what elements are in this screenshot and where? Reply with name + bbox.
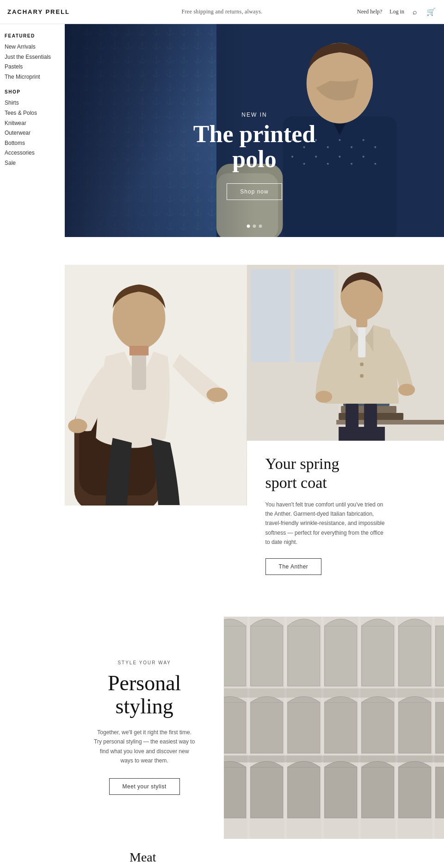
svg-rect-63: [325, 702, 357, 753]
svg-rect-70: [288, 767, 320, 818]
sidebar-item-microprint[interactable]: The Microprint: [5, 72, 65, 82]
svg-rect-79: [358, 617, 361, 839]
personal-styling-description: Together, we'll get it right the first t…: [93, 728, 195, 766]
bottom-category-text: Meat: [130, 850, 156, 865]
svg-rect-65: [399, 702, 431, 753]
svg-rect-27: [132, 351, 146, 390]
hero-dot-3[interactable]: [259, 225, 262, 228]
help-link[interactable]: Need help?: [357, 8, 382, 15]
hero-pagination: [247, 225, 262, 228]
hero-title: The printed polo: [180, 122, 328, 172]
svg-rect-57: [399, 626, 431, 686]
sport-coat-left-image: [65, 265, 247, 506]
hero-text-container: NEW IN The printed polo Shop now: [180, 112, 328, 200]
sidebar-item-accessories[interactable]: Accessories: [5, 148, 65, 158]
svg-rect-77: [284, 617, 287, 839]
site-logo[interactable]: ZACHARY PRELL: [7, 8, 70, 15]
sidebar-nav: FEATURED New Arrivals Just the Essential…: [0, 24, 65, 868]
sidebar-item-knitwear[interactable]: Knitwear: [5, 119, 65, 129]
svg-rect-55: [325, 626, 357, 686]
search-button[interactable]: ⌕: [412, 8, 418, 16]
svg-point-30: [68, 419, 87, 433]
sidebar-shop-heading: SHOP: [5, 89, 65, 94]
svg-rect-61: [251, 702, 283, 753]
svg-point-44: [315, 391, 332, 403]
main-content: ⚓: [65, 24, 444, 868]
sport-coat-title: Your spring sport coat: [265, 455, 426, 493]
bottom-section: Meat: [65, 839, 444, 868]
hero-dot-2[interactable]: [253, 225, 256, 228]
sidebar-item-essentials[interactable]: Just the Essentials: [5, 52, 65, 62]
svg-point-22: [363, 156, 364, 157]
personal-styling-cta-button[interactable]: Meet your stylist: [109, 778, 180, 795]
svg-rect-81: [432, 617, 435, 839]
personal-styling-section: STYLE YOUR WAY Personal styling Together…: [65, 617, 444, 839]
svg-rect-80: [395, 617, 398, 839]
cart-icon: 🛒: [426, 8, 436, 16]
svg-rect-41: [345, 404, 358, 441]
svg-rect-69: [251, 767, 283, 818]
svg-rect-72: [362, 767, 394, 818]
svg-point-31: [207, 387, 228, 402]
svg-rect-73: [399, 767, 431, 818]
sidebar-item-tees-polos[interactable]: Tees & Polos: [5, 108, 65, 119]
svg-rect-60: [224, 702, 246, 753]
sidebar-item-outerwear[interactable]: Outerwear: [5, 128, 65, 138]
site-header: ZACHARY PRELL Free shipping and returns,…: [0, 0, 444, 24]
svg-rect-78: [321, 617, 324, 839]
login-link[interactable]: Log in: [389, 8, 404, 15]
sport-coat-cta-button[interactable]: The Anther: [265, 558, 322, 575]
svg-point-14: [363, 139, 364, 141]
sidebar-item-pastels[interactable]: Pastels: [5, 62, 65, 72]
svg-rect-29: [130, 346, 148, 356]
svg-point-15: [374, 146, 376, 148]
svg-rect-76: [247, 617, 250, 839]
svg-rect-52: [224, 626, 246, 686]
sidebar-item-sale[interactable]: Sale: [5, 158, 65, 169]
svg-point-21: [351, 163, 352, 165]
sport-coat-seated-svg: [65, 265, 247, 506]
svg-point-49: [360, 374, 364, 378]
sport-coat-standing-svg: [247, 265, 444, 441]
svg-point-20: [339, 156, 340, 157]
svg-rect-68: [224, 767, 246, 818]
building-facade-svg: [224, 617, 444, 839]
hero-subtitle: NEW IN: [180, 112, 328, 118]
svg-rect-56: [362, 626, 394, 686]
svg-rect-43: [358, 325, 365, 357]
personal-styling-eyebrow: STYLE YOUR WAY: [117, 660, 171, 665]
svg-rect-62: [288, 702, 320, 753]
sport-coat-standing-image: [247, 265, 444, 441]
svg-point-45: [398, 384, 415, 396]
svg-rect-64: [362, 702, 394, 753]
sport-coat-description: You haven't felt true comfort until you'…: [265, 500, 386, 547]
sidebar-item-bottoms[interactable]: Bottoms: [5, 138, 65, 149]
personal-styling-text-block: STYLE YOUR WAY Personal styling Together…: [65, 617, 224, 839]
header-shipping-message: Free shipping and returns, always.: [182, 8, 263, 15]
svg-rect-42: [364, 404, 377, 441]
sidebar-featured-heading: FEATURED: [5, 33, 65, 38]
hero-cta-button[interactable]: Shop now: [227, 183, 282, 200]
sidebar-item-shirts[interactable]: Shirts: [5, 98, 65, 108]
svg-rect-74: [436, 767, 444, 818]
page-container: FEATURED New Arrivals Just the Essential…: [0, 24, 444, 868]
svg-point-48: [360, 362, 364, 366]
svg-rect-66: [436, 702, 444, 753]
sport-coat-section: Your spring sport coat You haven't felt …: [65, 265, 444, 589]
cart-button[interactable]: 🛒: [426, 7, 437, 16]
hero-section: ⚓: [65, 24, 444, 237]
svg-point-12: [339, 139, 340, 141]
svg-rect-53: [251, 626, 283, 686]
svg-rect-34: [251, 269, 290, 362]
svg-rect-71: [325, 767, 357, 818]
svg-point-13: [351, 146, 352, 148]
svg-rect-54: [288, 626, 320, 686]
svg-point-23: [374, 163, 376, 165]
svg-rect-58: [436, 626, 444, 686]
svg-rect-59: [224, 688, 444, 698]
sport-coat-right: Your spring sport coat You haven't felt …: [247, 265, 444, 589]
personal-styling-title: Personal styling: [108, 672, 181, 718]
sport-coat-text-block: Your spring sport coat You haven't felt …: [247, 441, 444, 589]
sidebar-item-new-arrivals[interactable]: New Arrivals: [5, 42, 65, 52]
hero-dot-1[interactable]: [247, 225, 250, 228]
